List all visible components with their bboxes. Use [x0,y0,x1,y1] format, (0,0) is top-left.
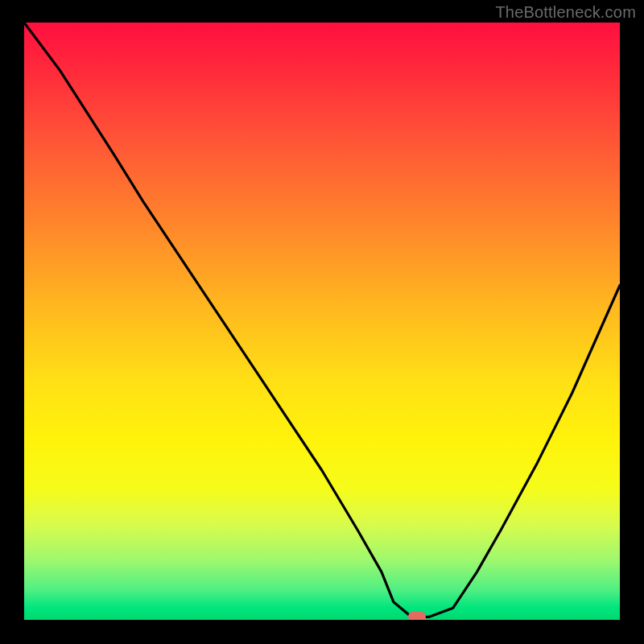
plot-area [24,23,620,620]
chart-frame: TheBottleneck.com [0,0,644,644]
bottleneck-curve [24,23,620,620]
watermark-text: TheBottleneck.com [495,3,636,22]
min-marker-icon [408,612,426,620]
